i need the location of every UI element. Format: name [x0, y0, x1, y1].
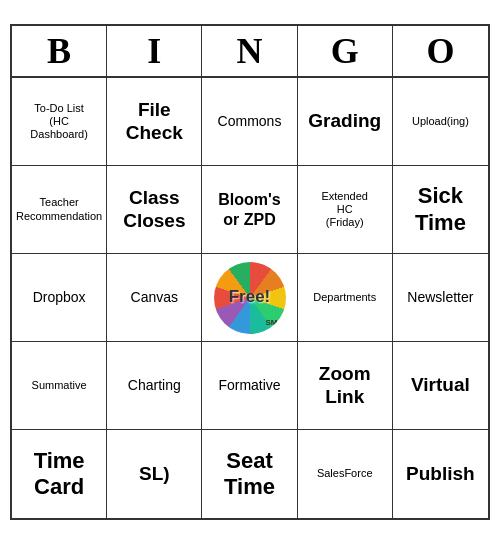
- bingo-cell: Departments: [298, 254, 393, 342]
- bingo-cell-text: Extended HC (Friday): [321, 190, 367, 230]
- bingo-header: BINGO: [12, 26, 488, 78]
- bingo-cell-text: Sick Time: [415, 183, 466, 236]
- bingo-cell-text: Charting: [128, 377, 181, 394]
- bingo-cell-text: Seat Time: [224, 448, 275, 501]
- bingo-cell: Virtual: [393, 342, 488, 430]
- bingo-cell: Free!SM: [202, 254, 297, 342]
- bingo-cell-text: Zoom Link: [319, 363, 371, 409]
- bingo-header-letter: I: [107, 26, 202, 76]
- bingo-cell-text: Bloom's or ZPD: [218, 190, 280, 228]
- bingo-cell: Commons: [202, 78, 297, 166]
- bingo-cell-text: Departments: [313, 291, 376, 304]
- bingo-cell: Time Card: [12, 430, 107, 518]
- bingo-cell-text: Publish: [406, 463, 475, 486]
- bingo-cell: Charting: [107, 342, 202, 430]
- bingo-cell-text: Summative: [32, 379, 87, 392]
- bingo-cell: Upload(ing): [393, 78, 488, 166]
- bingo-cell-text: Dropbox: [33, 289, 86, 306]
- bingo-cell-text: Upload(ing): [412, 115, 469, 128]
- bingo-card: BINGO To-Do List (HC Dashboard)File Chec…: [10, 24, 490, 520]
- bingo-cell: Zoom Link: [298, 342, 393, 430]
- bingo-cell: Summative: [12, 342, 107, 430]
- free-space-label: Free!: [229, 287, 271, 307]
- bingo-cell: SL): [107, 430, 202, 518]
- bingo-cell: SalesForce: [298, 430, 393, 518]
- bingo-cell-text: Grading: [308, 110, 381, 133]
- bingo-grid: To-Do List (HC Dashboard)File CheckCommo…: [12, 78, 488, 518]
- bingo-cell-text: Formative: [218, 377, 280, 394]
- bingo-cell: Extended HC (Friday): [298, 166, 393, 254]
- bingo-cell-text: Canvas: [131, 289, 178, 306]
- bingo-cell: Formative: [202, 342, 297, 430]
- bingo-cell: File Check: [107, 78, 202, 166]
- bingo-header-letter: O: [393, 26, 488, 76]
- bingo-cell-text: Time Card: [34, 448, 85, 501]
- bingo-cell: Canvas: [107, 254, 202, 342]
- bingo-cell-text: Virtual: [411, 374, 470, 397]
- bingo-cell-text: Teacher Recommendation: [16, 196, 102, 222]
- bingo-cell-text: Class Closes: [123, 187, 185, 233]
- bingo-cell: Publish: [393, 430, 488, 518]
- bingo-cell: Seat Time: [202, 430, 297, 518]
- bingo-cell-text: File Check: [126, 99, 183, 145]
- bingo-cell-text: SalesForce: [317, 467, 373, 480]
- bingo-header-letter: G: [298, 26, 393, 76]
- bingo-header-letter: N: [202, 26, 297, 76]
- bingo-cell: Bloom's or ZPD: [202, 166, 297, 254]
- bingo-cell: Newsletter: [393, 254, 488, 342]
- bingo-cell: Grading: [298, 78, 393, 166]
- bingo-cell: Class Closes: [107, 166, 202, 254]
- bingo-cell-text: To-Do List (HC Dashboard): [30, 102, 87, 142]
- bingo-cell-text: Newsletter: [407, 289, 473, 306]
- bingo-header-letter: B: [12, 26, 107, 76]
- bingo-cell-text: SL): [139, 463, 170, 486]
- bingo-cell: To-Do List (HC Dashboard): [12, 78, 107, 166]
- bingo-cell: Dropbox: [12, 254, 107, 342]
- bingo-cell: Teacher Recommendation: [12, 166, 107, 254]
- bingo-cell-text: Commons: [218, 113, 282, 130]
- bingo-cell: Sick Time: [393, 166, 488, 254]
- free-space-circle: Free!SM: [214, 262, 286, 334]
